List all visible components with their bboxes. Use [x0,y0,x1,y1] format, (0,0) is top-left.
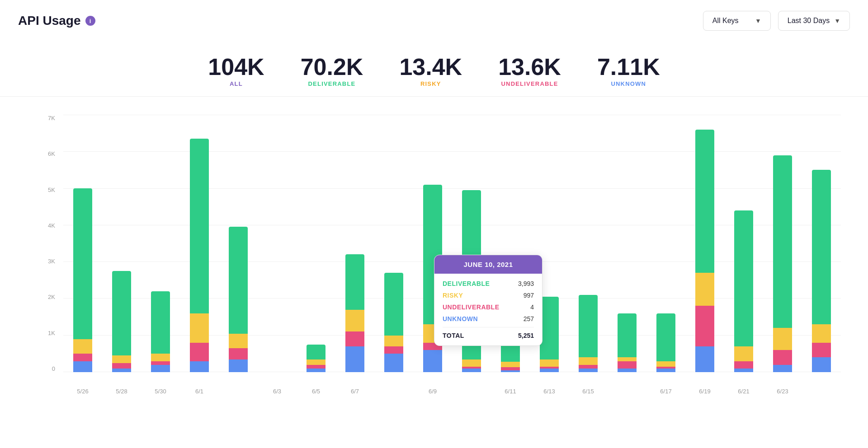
bar-segment [462,369,481,372]
bar-segment [112,369,131,372]
bar-stack [618,313,637,372]
bar-segment [773,365,792,372]
tooltip-date: JUNE 10, 2021 [434,255,542,274]
x-axis-label: 6/9 [413,388,452,395]
bar-group[interactable] [335,115,374,372]
bar-segment [229,227,248,333]
tooltip-key: UNKNOWN [443,315,478,322]
bar-stack [579,295,598,372]
page-title: API Usage [18,14,81,28]
bar-group[interactable] [763,115,802,372]
bar-stack [190,139,209,372]
bar-segment [384,354,403,372]
info-icon[interactable]: i [85,16,95,26]
tooltip-key: RISKY [443,292,463,299]
bar-segment [773,155,792,328]
bar-segment [229,334,248,349]
bar-group[interactable] [724,115,763,372]
bar-group[interactable] [258,115,297,372]
bar-group[interactable] [141,115,180,372]
bar-group[interactable] [374,115,413,372]
bar-segment [540,297,559,359]
bar-stack [695,130,714,372]
stat-undeliverable[interactable]: 13.6K UNDELIVERABLE [498,55,561,87]
stat-label-undeliverable: UNDELIVERABLE [501,80,558,87]
bar-stack [540,297,559,372]
bar-stack [734,210,753,372]
stat-unknown[interactable]: 7.11K UNKNOWN [597,55,660,87]
bar-segment [618,313,637,358]
bar-segment [695,273,714,306]
stat-risky[interactable]: 13.4K RISKY [399,55,462,87]
stat-deliverable[interactable]: 70.2K DELIVERABLE [301,55,363,87]
bar-segment [307,345,326,359]
bar-group[interactable] [608,115,646,372]
chevron-down-icon: ▼ [834,17,840,24]
bar-segment [345,254,364,309]
bar-segment [423,350,442,372]
bar-segment [112,355,131,363]
bar-group[interactable] [63,115,102,372]
y-axis-label: 3K [36,258,59,265]
bar-segment [307,359,326,365]
filter-group: All Keys ▼ Last 30 Days ▼ [703,11,850,31]
tooltip-row: RISKY 997 [443,292,534,299]
tooltip-value: 997 [524,292,534,299]
bar-segment [151,354,170,361]
bar-segment [151,365,170,372]
stat-label-all: ALL [230,80,243,87]
x-axis-label: 6/13 [530,388,569,395]
keys-filter-button[interactable]: All Keys ▼ [703,11,771,31]
title-group: API Usage i [18,14,95,28]
bar-segment [384,273,403,335]
bar-segment [73,354,92,361]
y-axis-label: 1K [36,330,59,336]
stat-label-risky: RISKY [420,80,441,87]
tooltip-key: UNDELIVERABLE [443,303,500,311]
bar-segment [540,359,559,367]
bar-segment [540,369,559,372]
header: API Usage i All Keys ▼ Last 30 Days ▼ [0,0,868,42]
bar-stack [112,271,131,372]
bar-segment [734,369,753,372]
stats-row: 104K ALL 70.2K DELIVERABLE 13.4K RISKY 1… [0,42,868,97]
bar-group[interactable] [685,115,724,372]
bar-segment [384,336,403,346]
bar-segment [151,361,170,365]
tooltip-total-row: TOTAL 5,251 [443,327,534,339]
bar-stack [812,170,831,372]
tooltip-value: 4 [530,303,534,311]
bar-segment [190,313,209,343]
x-axis-label: 6/17 [646,388,685,395]
bar-segment [345,331,364,346]
stat-all[interactable]: 104K ALL [208,55,264,87]
bar-stack [73,188,92,372]
bar-segment [307,365,326,369]
stat-number-deliverable: 70.2K [301,55,363,79]
bar-group[interactable] [569,115,608,372]
bar-group[interactable] [297,115,335,372]
x-axis-label: 6/23 [763,388,802,395]
stat-number-unknown: 7.11K [597,55,660,79]
bar-segment [229,359,248,372]
bar-group[interactable] [180,115,219,372]
bar-segment [190,139,209,313]
bar-segment [734,210,753,346]
bar-segment [112,363,131,369]
bar-stack [773,155,792,372]
bar-segment [579,365,598,369]
bar-group[interactable] [802,115,841,372]
bar-segment [734,346,753,361]
bar-segment [190,361,209,372]
stat-label-deliverable: DELIVERABLE [308,80,356,87]
bar-group[interactable] [102,115,141,372]
bar-segment [656,313,675,361]
bar-segment [656,361,675,367]
bar-group[interactable] [219,115,258,372]
tooltip-key: DELIVERABLE [443,280,490,287]
bar-group[interactable] [646,115,685,372]
bar-stack [345,254,364,372]
x-axis-label: 6/1 [180,388,219,395]
period-filter-button[interactable]: Last 30 Days ▼ [778,11,850,31]
bar-segment [384,346,403,354]
